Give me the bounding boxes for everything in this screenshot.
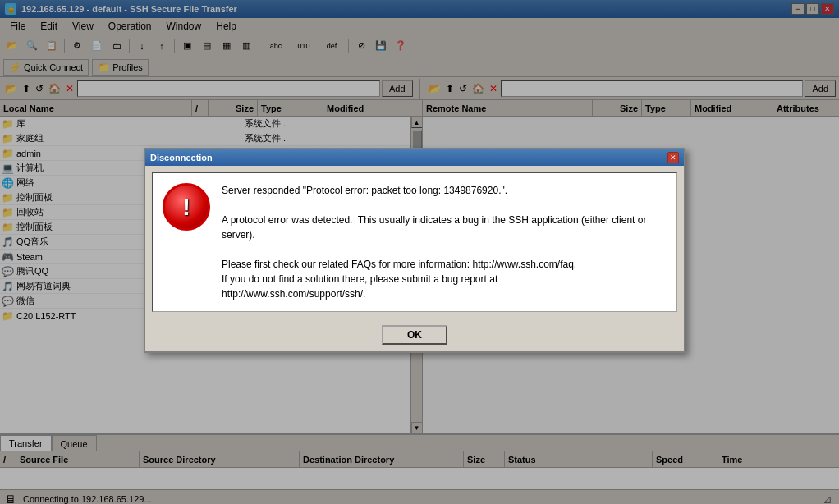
ok-button[interactable]: OK: [382, 325, 447, 345]
dialog-icon: !: [163, 183, 212, 232]
dialog-close-button[interactable]: ✕: [667, 152, 679, 163]
error-icon-circle: !: [163, 183, 210, 231]
dialog-message: Server responded "Protocol error: packet…: [222, 183, 667, 301]
dialog-msg-body: A protocol error was detected. This usua…: [222, 213, 667, 242]
disconnection-dialog: Disconnection ✕ ! Server responded "Prot…: [144, 148, 685, 353]
dialog-footer: OK: [145, 318, 684, 351]
exclamation-icon: !: [182, 193, 190, 221]
dialog-titlebar: Disconnection ✕: [145, 149, 684, 166]
dialog-msg-bug: If you do not find a solution there, ple…: [222, 272, 667, 286]
dialog-msg-url: http://www.ssh.com/support/ssh/.: [222, 286, 667, 301]
dialog-overlay: Disconnection ✕ ! Server responded "Prot…: [0, 0, 839, 504]
dialog-msg-faq: Please first check our related FAQs for …: [222, 257, 667, 272]
dialog-body: ! Server responded "Protocol error: pack…: [152, 172, 677, 312]
dialog-msg-line1: Server responded "Protocol error: packet…: [222, 183, 667, 198]
dialog-title: Disconnection: [150, 153, 213, 163]
